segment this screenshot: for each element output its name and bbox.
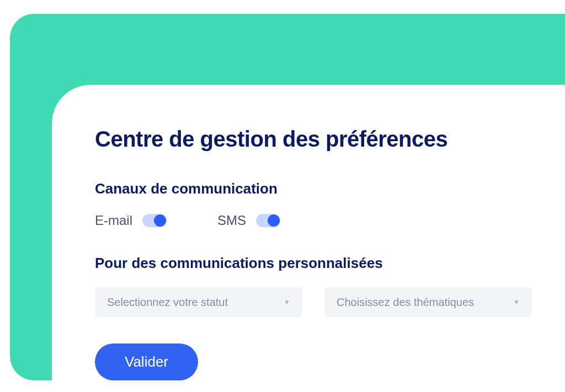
selects-row: Selectionnez votre statut ▼ Choisissez d… <box>95 287 532 317</box>
channel-sms-label: SMS <box>217 213 246 228</box>
submit-button[interactable]: Valider <box>95 343 198 380</box>
status-select[interactable]: Selectionnez votre statut ▼ <box>95 287 302 317</box>
channels-heading: Canaux de communication <box>95 180 532 197</box>
channels-row: E-mail SMS <box>95 213 532 228</box>
page-title: Centre de gestion des préférences <box>95 127 532 152</box>
personalized-heading: Pour des communications personnalisées <box>95 255 532 272</box>
status-select-placeholder: Selectionnez votre statut <box>107 296 228 309</box>
themes-select-placeholder: Choisissez des thématiques <box>337 296 474 309</box>
toggle-knob-icon <box>154 214 166 227</box>
chevron-down-icon: ▼ <box>284 298 290 306</box>
toggle-email[interactable] <box>142 214 167 227</box>
preferences-card: Centre de gestion des préférences Canaux… <box>52 85 565 392</box>
toggle-sms[interactable] <box>256 214 280 227</box>
chevron-down-icon: ▼ <box>513 298 520 306</box>
channel-email-label: E-mail <box>95 213 132 228</box>
channel-email: E-mail <box>95 213 167 228</box>
themes-select[interactable]: Choisissez des thématiques ▼ <box>324 287 532 317</box>
toggle-knob-icon <box>268 214 280 227</box>
channel-sms: SMS <box>217 213 280 228</box>
